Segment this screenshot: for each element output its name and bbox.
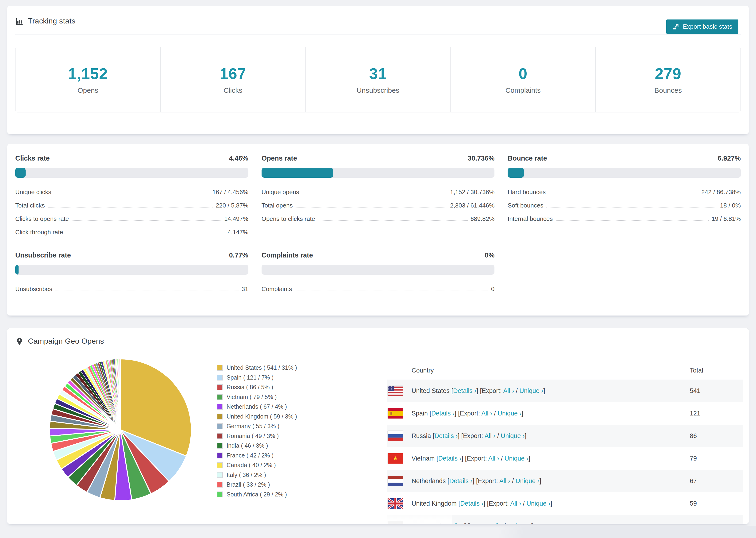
- country-cell: Vietnam [Details ›] [Export: All › / Uni…: [411, 455, 530, 462]
- details-link[interactable]: Details ›: [435, 432, 458, 439]
- rate-row-value: 18 / 0%: [720, 202, 741, 209]
- legend-label: Vietnam ( 79 / 5% ): [227, 394, 277, 401]
- stat-unsubscribes-label: Unsubscribes: [357, 86, 399, 94]
- export-unique-link[interactable]: Unique ›: [505, 455, 528, 462]
- opens-rate-progressbar: [261, 168, 495, 178]
- details-link[interactable]: Details ›: [441, 522, 464, 524]
- legend-label: Netherlands ( 67 / 4% ): [227, 403, 287, 410]
- rate-row-label: Total clicks: [15, 202, 45, 209]
- legend-swatch: [217, 443, 223, 449]
- column-header-country: Country: [411, 367, 434, 374]
- legend-item[interactable]: Vietnam ( 79 / 5% ): [217, 392, 297, 402]
- export-unique-link[interactable]: Unique ›: [526, 500, 550, 507]
- us-flag-icon: [388, 386, 403, 396]
- stat-unsubscribes-value: 31: [369, 65, 387, 82]
- rate-row-label: Opens to clicks rate: [261, 215, 315, 223]
- dotted-leader: [546, 207, 717, 207]
- legend-swatch: [217, 482, 223, 488]
- country-cell: Netherlands [Details ›] [Export: All › /…: [411, 477, 541, 485]
- legend-item[interactable]: South Africa ( 29 / 2% ): [217, 490, 297, 500]
- geo-pie-chart: [45, 354, 196, 506]
- legend-item[interactable]: India ( 46 / 3% ): [217, 441, 297, 451]
- opens-rate-title: Opens rate: [261, 154, 297, 162]
- rate-row: Unique clicks167 / 4.456%: [15, 185, 248, 198]
- dotted-leader: [54, 194, 209, 194]
- clicks-rate-title: Clicks rate: [15, 154, 50, 162]
- legend-swatch: [217, 453, 223, 458]
- export-unique-link[interactable]: Unique ›: [501, 432, 525, 439]
- table-row-vn: Vietnam [Details ›] [Export: All › / Uni…: [387, 447, 743, 470]
- legend-item[interactable]: Spain ( 121 / 7% ): [217, 373, 297, 383]
- table-row-de: Germany [Details ›] [Export: All › / Uni…: [387, 515, 743, 524]
- country-cell: Germany [Details ›] [Export: All › / Uni…: [411, 522, 533, 524]
- legend-item[interactable]: Canada ( 40 / 2% ): [217, 460, 297, 470]
- tracking-stats-header: Tracking stats: [15, 17, 75, 26]
- details-link[interactable]: Details ›: [431, 410, 455, 417]
- es-flag-icon: [388, 408, 403, 418]
- stat-unsubscribes: 31 Unsubscribes: [306, 47, 451, 112]
- dotted-leader: [302, 194, 447, 194]
- export-all-link[interactable]: All ›: [481, 410, 492, 417]
- total-cell: 86: [690, 432, 697, 440]
- complaints-rate-title: Complaints rate: [261, 251, 313, 259]
- export-all-link[interactable]: All ›: [510, 500, 521, 507]
- dotted-leader: [66, 234, 225, 234]
- export-unique-link[interactable]: Unique ›: [515, 477, 540, 484]
- legend-item[interactable]: Brazil ( 33 / 2% ): [217, 480, 297, 490]
- legend-swatch: [217, 375, 223, 381]
- de-flag-icon: [388, 521, 403, 524]
- rate-row-label: Complaints: [261, 286, 292, 293]
- page-bottom-shade: [498, 526, 756, 538]
- geo-header-divider: [15, 351, 741, 352]
- legend-item[interactable]: United Kingdom ( 59 / 3% ): [217, 412, 297, 422]
- export-unique-link[interactable]: Unique ›: [519, 387, 543, 394]
- country-cell: Spain [Details ›] [Export: All › / Uniqu…: [411, 410, 523, 417]
- rate-row: Total clicks220 / 5.87%: [15, 198, 248, 211]
- rate-row: Unsubscribes31: [15, 282, 248, 295]
- rate-row-label: Clicks to opens rate: [15, 215, 69, 223]
- unsubscribe-rate-value: 0.77%: [229, 251, 248, 259]
- complaints-rate-progressbar: [261, 265, 495, 275]
- export-all-link[interactable]: All ›: [503, 387, 514, 394]
- rate-row: Opens to clicks rate689.82%: [261, 211, 495, 225]
- table-row-us: United States [Details ›] [Export: All ›…: [387, 380, 743, 402]
- legend-item[interactable]: United States ( 541 / 31% ): [217, 363, 297, 373]
- rate-row-value: 242 / 86.738%: [701, 188, 741, 196]
- legend-item[interactable]: Germany ( 55 / 3% ): [217, 421, 297, 431]
- legend-item[interactable]: Netherlands ( 67 / 4% ): [217, 402, 297, 412]
- column-header-total: Total: [690, 367, 703, 374]
- legend-item[interactable]: Russia ( 86 / 5% ): [217, 382, 297, 392]
- legend-swatch: [217, 394, 223, 400]
- legend-item[interactable]: Romania ( 49 / 3% ): [217, 431, 297, 441]
- export-all-link[interactable]: All ›: [499, 477, 511, 484]
- total-cell: 79: [690, 455, 697, 462]
- legend-item[interactable]: Italy ( 36 / 2% ): [217, 470, 297, 480]
- country-cell: United Kingdom [Details ›] [Export: All …: [411, 500, 552, 507]
- details-link[interactable]: Details ›: [460, 500, 483, 507]
- export-unique-link[interactable]: Unique ›: [498, 410, 521, 417]
- details-link[interactable]: Details ›: [449, 477, 473, 484]
- country-cell: United States [Details ›] [Export: All ›…: [411, 387, 545, 395]
- clicks-rate-progressbar: [15, 168, 248, 178]
- total-cell: 541: [690, 387, 700, 395]
- rate-row: Unique opens1,152 / 30.736%: [261, 185, 495, 198]
- geo-title: Campaign Geo Opens: [28, 337, 104, 346]
- details-link[interactable]: Details ›: [438, 455, 461, 462]
- legend-label: Romania ( 49 / 3% ): [227, 433, 279, 439]
- dotted-leader: [72, 220, 221, 221]
- export-all-link[interactable]: All ›: [491, 522, 502, 524]
- export-basic-stats-button[interactable]: Export basic stats: [666, 20, 738, 34]
- details-link[interactable]: Details ›: [453, 387, 476, 394]
- opens-rate-value: 30.736%: [468, 154, 495, 162]
- geo-legend: United States ( 541 / 31% )Spain ( 121 /…: [217, 363, 297, 499]
- legend-item[interactable]: France ( 42 / 2% ): [217, 451, 297, 460]
- export-all-link[interactable]: All ›: [485, 432, 496, 439]
- export-unique-link[interactable]: Unique ›: [507, 522, 531, 524]
- bounce-rate-value: 6.927%: [718, 154, 741, 162]
- dotted-leader: [296, 207, 447, 207]
- export-all-link[interactable]: All ›: [488, 455, 499, 462]
- stat-opens-label: Opens: [78, 86, 98, 94]
- geo-header: Campaign Geo Opens: [15, 337, 104, 346]
- dotted-leader: [549, 194, 698, 194]
- dotted-leader: [556, 220, 709, 221]
